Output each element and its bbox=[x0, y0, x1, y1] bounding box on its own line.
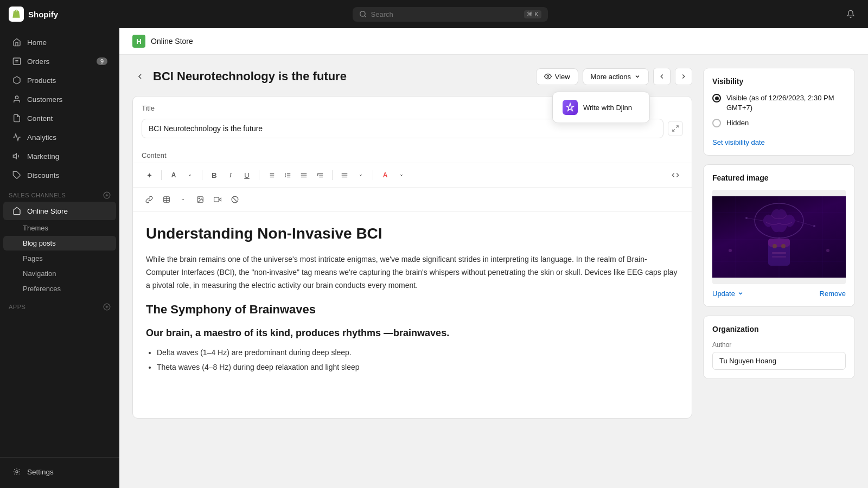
sidebar-item-discounts[interactable]: Discounts bbox=[3, 166, 116, 184]
sidebar-item-online-store[interactable]: Online Store bbox=[3, 202, 116, 220]
toolbar-video-button[interactable] bbox=[210, 192, 225, 207]
remove-image-button[interactable]: Remove bbox=[820, 290, 846, 298]
sidebar-sub-item-blog-posts[interactable]: Blog posts bbox=[3, 236, 116, 251]
sidebar-item-analytics[interactable]: Analytics bbox=[3, 128, 116, 146]
sidebar-sub-pages-label: Pages bbox=[23, 254, 43, 262]
toolbar-group-list bbox=[264, 168, 328, 183]
toolbar-group-table bbox=[159, 192, 190, 207]
sidebar-item-marketing[interactable]: Marketing bbox=[3, 147, 116, 165]
visibility-card: Visibility Visible (as of 12/26/2023, 2:… bbox=[703, 68, 855, 156]
sidebar-item-settings[interactable]: Settings bbox=[3, 463, 116, 481]
svg-marker-5 bbox=[13, 153, 16, 158]
editor-heading-3: Our brain, a maestro of its kind, produc… bbox=[146, 328, 679, 339]
toolbar-group-color: A bbox=[378, 168, 409, 183]
toolbar-color-chevron[interactable] bbox=[394, 168, 409, 183]
toolbar-font-button[interactable]: A bbox=[166, 168, 181, 183]
svg-point-60 bbox=[729, 249, 732, 252]
svg-point-55 bbox=[781, 244, 786, 248]
page-main: BCI Neurotechnology is the future View M… bbox=[132, 68, 692, 475]
page-header: BCI Neurotechnology is the future View M… bbox=[132, 68, 692, 85]
editor-body[interactable]: Understanding Non-Invasive BCI While the… bbox=[133, 212, 692, 418]
topbar: Shopify ⌘ K bbox=[0, 0, 868, 28]
sidebar-sub-item-themes[interactable]: Themes bbox=[3, 221, 116, 235]
toolbar-bold-button[interactable]: B bbox=[207, 168, 222, 183]
discounts-icon bbox=[12, 170, 22, 180]
featured-image-title: Featured image bbox=[712, 174, 846, 182]
featured-image-card: Featured image bbox=[703, 164, 855, 307]
toolbar-outdent-button[interactable] bbox=[312, 168, 328, 183]
toolbar-clear-button[interactable] bbox=[227, 192, 242, 207]
svg-point-14 bbox=[547, 75, 549, 78]
view-button[interactable]: View bbox=[536, 68, 578, 85]
toolbar-ai-button[interactable]: ✦ bbox=[142, 168, 157, 183]
sidebar-sub-blog-posts-label: Blog posts bbox=[23, 239, 56, 247]
toolbar-group-format: B I U bbox=[207, 168, 254, 183]
featured-image-area bbox=[712, 190, 846, 284]
author-input[interactable] bbox=[712, 352, 846, 370]
settings-icon bbox=[12, 467, 22, 477]
toolbar-link-button[interactable] bbox=[142, 192, 157, 207]
logo-icon bbox=[9, 7, 24, 22]
notification-button[interactable] bbox=[842, 5, 859, 23]
search-input[interactable] bbox=[371, 10, 520, 18]
sidebar-item-content-label: Content bbox=[27, 114, 53, 123]
app-layout: Home Orders 9 Products Customers bbox=[0, 28, 868, 488]
toolbar-align-button[interactable] bbox=[337, 168, 352, 183]
toolbar-italic-button[interactable]: I bbox=[223, 168, 238, 183]
sidebar-item-customers[interactable]: Customers bbox=[3, 90, 116, 108]
toolbar-table-chevron[interactable] bbox=[175, 192, 190, 207]
sidebar-sub-item-pages[interactable]: Pages bbox=[3, 251, 116, 266]
toolbar-underline-button[interactable]: U bbox=[239, 168, 254, 183]
svg-point-0 bbox=[360, 11, 365, 16]
toolbar-sep-3 bbox=[259, 170, 259, 180]
sidebar-item-products[interactable]: Products bbox=[3, 71, 116, 89]
radio-visible-dot bbox=[715, 97, 719, 100]
organization-card: Organization Author bbox=[703, 316, 855, 379]
sidebar-sub-item-preferences[interactable]: Preferences bbox=[3, 281, 116, 296]
visibility-visible-option[interactable]: Visible (as of 12/26/2023, 2:30 PM GMT+7… bbox=[712, 93, 846, 113]
prev-post-button[interactable] bbox=[653, 68, 671, 85]
more-actions-button[interactable]: More actions bbox=[583, 68, 649, 85]
expand-button[interactable] bbox=[668, 121, 683, 136]
sidebar-sub-navigation-label: Navigation bbox=[23, 269, 56, 278]
sidebar-item-customers-label: Customers bbox=[27, 95, 62, 104]
toolbar-code-button[interactable] bbox=[668, 168, 683, 183]
toolbar-sep-1 bbox=[161, 170, 162, 180]
main-content: H Online Store BCI Neurotechnology is th… bbox=[119, 28, 868, 488]
apps-section: Apps bbox=[0, 297, 119, 313]
page-title: BCI Neurotechnology is the future bbox=[153, 69, 347, 84]
toolbar-image-button[interactable] bbox=[193, 192, 208, 207]
sidebar-item-content[interactable]: Content bbox=[3, 109, 116, 127]
svg-line-44 bbox=[233, 197, 237, 202]
svg-point-13 bbox=[16, 471, 18, 473]
page-header-right: View More actions bbox=[536, 68, 692, 85]
editor-toolbar: ✦ A B I U bbox=[133, 163, 692, 188]
update-image-button[interactable]: Update bbox=[712, 290, 744, 298]
next-post-button[interactable] bbox=[675, 68, 692, 85]
topbar-actions bbox=[842, 5, 859, 23]
back-button[interactable] bbox=[132, 69, 148, 84]
search-bar[interactable]: ⌘ K bbox=[353, 7, 548, 22]
visibility-hidden-option[interactable]: Hidden bbox=[712, 118, 846, 128]
img-bot-placeholder bbox=[712, 278, 846, 284]
set-visibility-date-link[interactable]: Set visibility date bbox=[712, 138, 765, 146]
svg-marker-41 bbox=[219, 198, 221, 201]
logo-text: Shopify bbox=[28, 10, 58, 19]
marketing-icon bbox=[12, 151, 22, 161]
toolbar-color-button[interactable]: A bbox=[378, 168, 393, 183]
toolbar-bullet-button[interactable] bbox=[264, 168, 279, 183]
write-with-djinn-item[interactable]: Write with Djinn bbox=[556, 95, 646, 119]
author-label: Author bbox=[712, 341, 846, 349]
toolbar-ordered-button[interactable] bbox=[280, 168, 295, 183]
toolbar-table-button[interactable] bbox=[159, 192, 174, 207]
toolbar-indent-button[interactable] bbox=[296, 168, 311, 183]
svg-line-63 bbox=[795, 221, 814, 226]
search-shortcut: ⌘ K bbox=[524, 10, 541, 18]
sidebar-item-orders[interactable]: Orders 9 bbox=[3, 52, 116, 70]
sidebar-sub-item-navigation[interactable]: Navigation bbox=[3, 266, 116, 281]
sidebar-item-orders-label: Orders bbox=[27, 57, 49, 66]
sidebar-item-home[interactable]: Home bbox=[3, 33, 116, 52]
toolbar-font-chevron[interactable] bbox=[182, 168, 197, 183]
toolbar-align-chevron[interactable] bbox=[353, 168, 368, 183]
analytics-icon bbox=[12, 132, 22, 142]
